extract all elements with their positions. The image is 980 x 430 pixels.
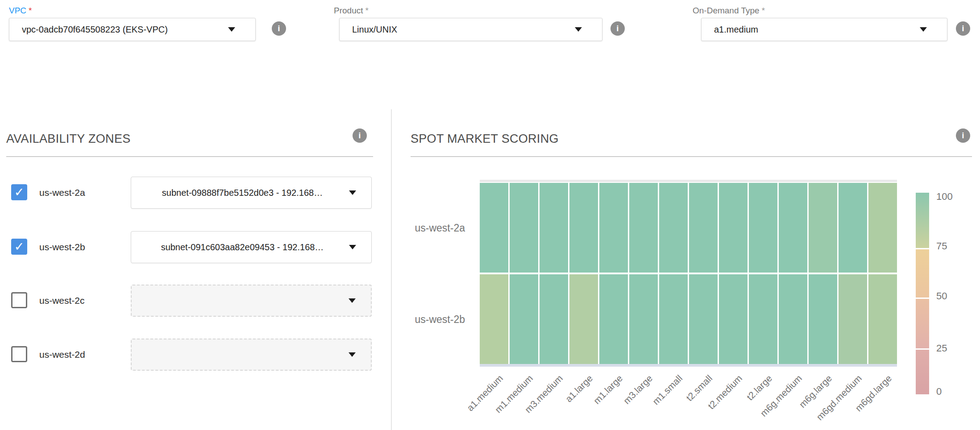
heatmap-cell bbox=[749, 183, 777, 273]
legend-tick-label: 25 bbox=[936, 343, 947, 354]
az-checkbox[interactable] bbox=[11, 292, 27, 308]
legend-tick-label: 75 bbox=[936, 240, 947, 252]
legend-tick-label: 0 bbox=[936, 386, 942, 397]
caret-down-icon bbox=[349, 245, 356, 249]
heatmap-cell bbox=[480, 274, 508, 364]
vpc-label-text: VPC bbox=[9, 6, 26, 15]
legend-tick-label: 100 bbox=[936, 191, 953, 203]
heatmap-cell bbox=[868, 183, 897, 273]
on-demand-type-select[interactable]: a1.medium bbox=[701, 18, 947, 41]
availability-zones-title: AVAILABILITY ZONES bbox=[6, 132, 131, 146]
heatmap-cell bbox=[480, 183, 508, 273]
required-asterisk: * bbox=[365, 6, 368, 15]
az-subnet-select[interactable] bbox=[131, 285, 372, 317]
panel-divider bbox=[391, 109, 392, 430]
info-glyph: i bbox=[278, 24, 280, 33]
availability-zones-info-icon[interactable]: i bbox=[353, 128, 367, 143]
heatmap-col-label: t2.large bbox=[744, 373, 774, 403]
on-demand-type-label: On-Demand Type* bbox=[693, 6, 765, 16]
heatmap-cell bbox=[599, 274, 628, 364]
check-icon: ✓ bbox=[14, 186, 25, 198]
heatmap-cell bbox=[540, 183, 568, 273]
check-icon: ✓ bbox=[14, 241, 25, 253]
spot-market-scoring-title: SPOT MARKET SCORING bbox=[411, 132, 559, 146]
required-asterisk: * bbox=[762, 6, 765, 15]
heatmap-cell bbox=[779, 274, 807, 364]
product-select-value: Linux/UNIX bbox=[340, 25, 397, 35]
required-asterisk: * bbox=[29, 6, 32, 15]
vpc-info-icon[interactable]: i bbox=[272, 21, 286, 36]
heatmap-cell bbox=[659, 274, 688, 364]
info-glyph: i bbox=[962, 24, 964, 33]
on-demand-type-label-text: On-Demand Type bbox=[693, 6, 760, 15]
subnet-value: subnet-09888f7be5152d0e3 - 192.168… bbox=[149, 188, 354, 198]
caret-down-icon bbox=[349, 352, 356, 357]
az-zone-label: us-west-2b bbox=[39, 242, 85, 252]
vpc-select[interactable]: vpc-0adcb70f645508223 (EKS-VPC) bbox=[9, 18, 256, 41]
az-checkbox[interactable]: ✓ bbox=[11, 239, 27, 255]
heatmap-cell bbox=[809, 274, 837, 364]
product-label-text: Product bbox=[334, 6, 363, 15]
on-demand-type-select-value: a1.medium bbox=[702, 25, 758, 35]
heatmap-cell bbox=[569, 183, 598, 273]
heatmap-col-label: m1.small bbox=[650, 373, 684, 407]
legend-bar-segment bbox=[916, 249, 929, 298]
heatmap-cell bbox=[839, 274, 867, 364]
az-zone-label: us-west-2c bbox=[39, 295, 85, 306]
caret-down-icon bbox=[575, 27, 582, 32]
az-zone-label: us-west-2d bbox=[39, 349, 85, 360]
heatmap-cell bbox=[569, 274, 598, 364]
legend-bar-segment bbox=[916, 193, 929, 248]
heatmap-cell bbox=[629, 274, 658, 364]
az-subnet-select[interactable]: subnet-09888f7be5152d0e3 - 192.168… bbox=[131, 177, 372, 209]
heatmap-cell bbox=[809, 183, 837, 273]
caret-down-icon bbox=[349, 298, 356, 303]
az-checkbox[interactable]: ✓ bbox=[11, 184, 27, 200]
product-select[interactable]: Linux/UNIX bbox=[339, 18, 602, 41]
vpc-select-value: vpc-0adcb70f645508223 (EKS-VPC) bbox=[9, 25, 168, 35]
heatmap-cell bbox=[719, 274, 747, 364]
subnet-value: subnet-091c603aa82e09453 - 192.168… bbox=[148, 242, 355, 252]
legend-bar-segment bbox=[916, 350, 929, 394]
availability-zones-divider bbox=[6, 156, 373, 157]
heatmap-cell bbox=[599, 183, 628, 273]
heatmap-grid bbox=[480, 183, 897, 364]
heatmap-cell bbox=[659, 183, 688, 273]
heatmap-cell bbox=[719, 183, 747, 273]
info-glyph: i bbox=[358, 131, 361, 141]
heatmap-cell bbox=[689, 183, 718, 273]
heatmap-row-label: us-west-2a bbox=[415, 222, 465, 234]
az-checkbox[interactable] bbox=[11, 346, 27, 362]
product-info-icon[interactable]: i bbox=[610, 21, 625, 36]
heatmap-cell bbox=[689, 274, 718, 364]
heatmap-cell bbox=[510, 274, 538, 364]
spot-configuration-page: VPC* vpc-0adcb70f645508223 (EKS-VPC) i P… bbox=[0, 0, 980, 430]
spot-market-scoring-info-icon[interactable]: i bbox=[956, 128, 970, 143]
heatmap-cell bbox=[510, 183, 538, 273]
heatmap-row-label: us-west-2b bbox=[415, 313, 465, 325]
heatmap-cell bbox=[629, 183, 658, 273]
heatmap-scrollbar[interactable] bbox=[480, 364, 897, 367]
az-zone-label: us-west-2a bbox=[39, 187, 85, 198]
vpc-label: VPC* bbox=[9, 6, 32, 16]
caret-down-icon bbox=[920, 27, 927, 32]
legend-bar-segment bbox=[916, 299, 929, 348]
heatmap-col-label: m1.large bbox=[591, 373, 625, 406]
heatmap-col-label: m3.large bbox=[621, 373, 655, 406]
heatmap-cell bbox=[839, 183, 867, 273]
az-subnet-select[interactable] bbox=[131, 339, 372, 371]
on-demand-type-info-icon[interactable]: i bbox=[956, 21, 970, 36]
az-subnet-select[interactable]: subnet-091c603aa82e09453 - 192.168… bbox=[131, 231, 372, 263]
info-glyph: i bbox=[962, 131, 964, 141]
heatmap-cell bbox=[540, 274, 568, 364]
heatmap-col-label: t2.small bbox=[684, 373, 714, 403]
legend-tick-label: 50 bbox=[936, 290, 947, 302]
caret-down-icon bbox=[349, 190, 356, 195]
heatmap-cell bbox=[749, 274, 777, 364]
product-label: Product* bbox=[334, 6, 369, 16]
caret-down-icon bbox=[228, 27, 235, 32]
heatmap-cell bbox=[779, 183, 807, 273]
info-glyph: i bbox=[616, 24, 619, 33]
heatmap-top-strip bbox=[480, 180, 897, 182]
spot-market-scoring-divider bbox=[411, 156, 972, 157]
